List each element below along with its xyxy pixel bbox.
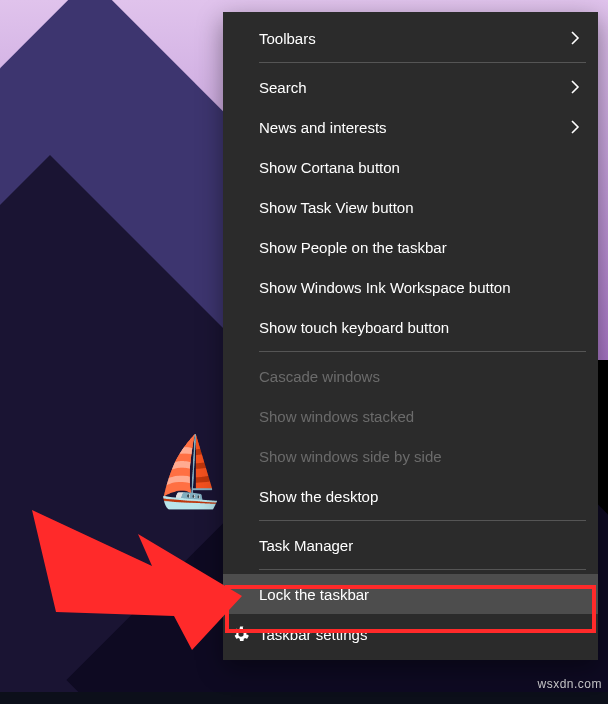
menu-item-label: Taskbar settings — [259, 626, 580, 643]
menu-item-news-and-interests[interactable]: News and interests — [223, 107, 598, 147]
menu-item-show-windows-stacked: Show windows stacked — [223, 396, 598, 436]
menu-item-label: Show windows stacked — [259, 408, 580, 425]
menu-item-label: Show the desktop — [259, 488, 580, 505]
menu-item-label: Cascade windows — [259, 368, 580, 385]
menu-item-cascade-windows: Cascade windows — [223, 356, 598, 396]
menu-separator — [259, 62, 586, 63]
menu-item-show-windows-side-by-side: Show windows side by side — [223, 436, 598, 476]
menu-item-show-touch-keyboard-button[interactable]: Show touch keyboard button — [223, 307, 598, 347]
menu-item-label: Task Manager — [259, 537, 580, 554]
menu-separator — [259, 351, 586, 352]
taskbar-context-menu: ToolbarsSearchNews and interestsShow Cor… — [223, 12, 598, 660]
menu-item-label: Lock the taskbar — [259, 586, 580, 603]
chevron-right-icon — [570, 119, 580, 135]
menu-item-task-manager[interactable]: Task Manager — [223, 525, 598, 565]
menu-item-label: News and interests — [259, 119, 562, 136]
menu-item-show-cortana-button[interactable]: Show Cortana button — [223, 147, 598, 187]
menu-item-label: Show Cortana button — [259, 159, 580, 176]
menu-item-label: Show People on the taskbar — [259, 239, 580, 256]
menu-item-label: Search — [259, 79, 562, 96]
menu-item-toolbars[interactable]: Toolbars — [223, 18, 598, 58]
menu-item-label: Show Windows Ink Workspace button — [259, 279, 580, 296]
menu-item-lock-the-taskbar[interactable]: Lock the taskbar — [223, 574, 598, 614]
menu-item-label: Show windows side by side — [259, 448, 580, 465]
menu-separator — [259, 520, 586, 521]
gear-icon — [231, 624, 251, 644]
menu-item-show-task-view-button[interactable]: Show Task View button — [223, 187, 598, 227]
wallpaper-ship-silhouette: ⛵ — [156, 437, 224, 505]
watermark-text: wsxdn.com — [537, 677, 602, 691]
menu-item-label: Show touch keyboard button — [259, 319, 580, 336]
menu-item-show-the-desktop[interactable]: Show the desktop — [223, 476, 598, 516]
menu-item-label: Toolbars — [259, 30, 562, 47]
menu-separator — [259, 569, 586, 570]
taskbar[interactable] — [0, 692, 608, 704]
menu-item-show-windows-ink-workspace-button[interactable]: Show Windows Ink Workspace button — [223, 267, 598, 307]
menu-item-label: Show Task View button — [259, 199, 580, 216]
menu-item-search[interactable]: Search — [223, 67, 598, 107]
menu-item-taskbar-settings[interactable]: Taskbar settings — [223, 614, 598, 654]
menu-item-show-people-on-the-taskbar[interactable]: Show People on the taskbar — [223, 227, 598, 267]
chevron-right-icon — [570, 30, 580, 46]
chevron-right-icon — [570, 79, 580, 95]
